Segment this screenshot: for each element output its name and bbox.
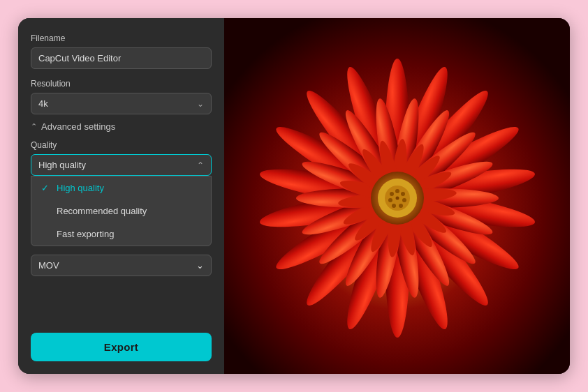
quality-label: Quality <box>31 140 212 150</box>
resolution-label: Resolution <box>31 79 212 89</box>
quality-dropdown: ✓ High quality Recommended quality Fast … <box>31 176 212 246</box>
resolution-select[interactable]: 4k ⌄ <box>31 93 212 114</box>
quality-option-fast[interactable]: Fast exporting <box>31 223 211 246</box>
resolution-value: 4k <box>38 98 48 109</box>
export-button[interactable]: Export <box>31 333 212 361</box>
svg-point-63 <box>388 198 392 202</box>
quality-section: Quality High quality ⌃ ✓ High quality Re… <box>31 140 212 255</box>
format-value: MOV <box>38 260 59 271</box>
quality-selected-value: High quality <box>38 160 86 170</box>
quality-option-recommended[interactable]: Recommended quality <box>31 199 211 223</box>
quality-option-fast-label: Fast exporting <box>57 229 114 239</box>
quality-option-high[interactable]: ✓ High quality <box>31 176 211 199</box>
filename-label: Filename <box>31 33 212 43</box>
advanced-settings-label: Advanced settings <box>41 121 115 132</box>
format-chevron-down-icon: ⌄ <box>196 260 204 271</box>
right-panel <box>224 18 570 374</box>
svg-point-59 <box>401 192 405 196</box>
main-card: Filename Resolution 4k ⌄ ⌃ Advanced sett… <box>18 18 570 374</box>
left-panel: Filename Resolution 4k ⌄ ⌃ Advanced sett… <box>18 18 224 374</box>
svg-point-61 <box>399 204 403 208</box>
svg-point-65 <box>396 197 399 200</box>
svg-point-62 <box>392 204 396 208</box>
svg-point-58 <box>395 189 399 193</box>
svg-point-64 <box>390 192 394 196</box>
quality-option-recommended-label: Recommended quality <box>57 206 147 216</box>
quality-select[interactable]: High quality ⌃ <box>31 154 212 176</box>
quality-chevron-up-icon: ⌃ <box>197 160 204 170</box>
check-icon: ✓ <box>41 183 51 193</box>
svg-point-60 <box>402 198 406 202</box>
format-select[interactable]: MOV ⌄ <box>31 255 212 276</box>
quality-option-high-label: High quality <box>57 183 104 193</box>
filename-input[interactable] <box>31 47 212 69</box>
flower-image <box>224 18 570 374</box>
resolution-chevron-down-icon: ⌄ <box>197 99 204 109</box>
advanced-settings-toggle[interactable]: ⌃ Advanced settings <box>31 121 212 132</box>
advanced-caret-up-icon: ⌃ <box>31 122 37 131</box>
